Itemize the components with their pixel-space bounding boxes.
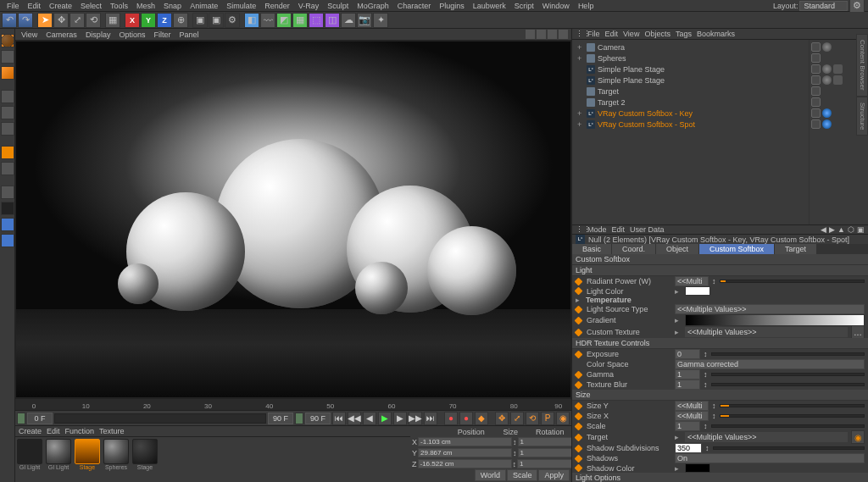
primitive-cube-button[interactable]: ◧	[244, 13, 259, 28]
menu-help[interactable]: Help	[575, 2, 598, 10]
size-y-slider[interactable]	[720, 404, 865, 407]
cameras-menu[interactable]: Cameras	[43, 30, 80, 39]
gamma-input[interactable]	[675, 369, 700, 380]
frame-end-input[interactable]	[268, 413, 293, 424]
viewport-nav2-icon[interactable]	[537, 30, 546, 39]
gamma-slider[interactable]	[711, 373, 865, 376]
om-item[interactable]: +L°VRay Custom Softbox - Spot	[574, 119, 807, 130]
locked-workplane-button[interactable]	[1, 218, 14, 231]
attr-edit-tab[interactable]: Edit	[612, 225, 626, 234]
set-key-button[interactable]: ◆	[475, 412, 488, 425]
menu-render[interactable]: Render	[261, 2, 293, 10]
visibility-tag-icon[interactable]	[811, 86, 821, 96]
visibility-tag-icon[interactable]	[811, 42, 821, 52]
viewport-nav1-icon[interactable]	[526, 30, 535, 39]
display-menu[interactable]: Display	[83, 30, 114, 39]
key-icon[interactable]	[575, 287, 583, 296]
target-field[interactable]: <<Multiple Values>>	[685, 432, 848, 442]
material-swatch[interactable]	[103, 439, 129, 464]
menu-plugins[interactable]: Plugins	[436, 2, 468, 10]
texture-browse-button[interactable]: …	[851, 325, 865, 339]
polygon-mode-button[interactable]	[1, 122, 14, 136]
timeline-start-handle[interactable]	[17, 413, 25, 424]
planar-workplane-button[interactable]	[1, 234, 14, 247]
autokey-button[interactable]: ●	[459, 412, 473, 425]
undo-button[interactable]: ↶	[2, 13, 17, 28]
om-item[interactable]: +L°VRay Custom Softbox - Key	[574, 108, 807, 119]
frame-current-input[interactable]	[27, 413, 53, 424]
light-button[interactable]: ✦	[373, 13, 388, 28]
play-button[interactable]: ▶	[378, 412, 392, 425]
timeline-track[interactable]	[54, 413, 266, 424]
radiant-power-slider[interactable]	[720, 280, 865, 283]
expand-icon[interactable]: ▸	[576, 296, 582, 304]
prev-frame-button[interactable]: ◀	[363, 412, 376, 425]
attr-up-icon[interactable]: ▲	[837, 225, 845, 234]
tag-icon[interactable]	[822, 75, 832, 85]
view-menu[interactable]: View	[19, 30, 40, 39]
recent-tool-button[interactable]: ▦	[105, 13, 120, 28]
live-select-button[interactable]: ➤	[37, 13, 53, 28]
menu-animate[interactable]: Animate	[186, 2, 221, 10]
viewport-nav3-icon[interactable]	[548, 30, 557, 39]
shadows-dropdown[interactable]: On	[675, 453, 865, 463]
key-rot-button[interactable]: ⟲	[526, 412, 539, 425]
key-icon[interactable]	[575, 444, 583, 452]
materials-edit-tab[interactable]: Edit	[47, 427, 60, 435]
tab-custom-softbox[interactable]: Custom Softbox	[699, 244, 775, 254]
coord-world-dropdown[interactable]: World	[475, 469, 506, 481]
visibility-tag-icon[interactable]	[811, 53, 821, 63]
gradient-editor[interactable]	[685, 314, 865, 326]
attr-userdata-tab[interactable]: User Data	[630, 225, 665, 234]
key-icon[interactable]	[575, 380, 583, 389]
shadow-subdiv-slider[interactable]	[713, 446, 865, 450]
om-item[interactable]: +Spheres	[574, 53, 807, 64]
tag-icon[interactable]	[833, 75, 843, 85]
coord-apply-button[interactable]: Apply	[538, 469, 570, 481]
tab-target[interactable]: Target	[775, 244, 817, 254]
coord-y-pos[interactable]	[418, 448, 512, 457]
attr-back-icon[interactable]: ◀	[821, 225, 826, 234]
visibility-tag-icon[interactable]	[811, 64, 821, 74]
scale-input[interactable]	[675, 421, 700, 431]
shadow-subdiv-input[interactable]	[675, 443, 702, 453]
color-space-dropdown[interactable]: Gamma corrected	[675, 359, 865, 369]
menu-snap[interactable]: Snap	[160, 2, 185, 10]
key-param-button[interactable]: P	[541, 412, 554, 425]
key-icon[interactable]	[575, 305, 583, 313]
render-view-button[interactable]: ▣	[192, 13, 208, 28]
key-icon[interactable]	[575, 316, 583, 324]
target-tag-icon[interactable]	[822, 119, 832, 129]
material-swatch[interactable]	[75, 439, 100, 464]
shadow-color-swatch[interactable]	[685, 463, 710, 473]
frame-end2-input[interactable]	[305, 413, 331, 424]
menu-edit[interactable]: Edit	[25, 2, 45, 10]
render-pv-button[interactable]: ▣	[209, 13, 224, 28]
key-icon[interactable]	[575, 277, 583, 285]
goto-end-button[interactable]: ⏭	[424, 412, 437, 425]
menu-vray[interactable]: V-Ray	[295, 2, 323, 10]
key-icon[interactable]	[575, 454, 583, 463]
axis-x-button[interactable]: X	[125, 13, 140, 28]
om-item[interactable]: Target	[574, 86, 807, 97]
viewport-3d[interactable]	[15, 41, 571, 398]
key-pla-button[interactable]: ◉	[556, 412, 570, 425]
tag-icon[interactable]	[833, 64, 843, 74]
light-color-swatch[interactable]	[685, 286, 710, 296]
materials-create-tab[interactable]: Create	[19, 427, 42, 435]
next-frame-button[interactable]: ▶	[393, 412, 407, 425]
rotate-button[interactable]: ⟲	[86, 13, 101, 28]
record-button[interactable]: ●	[444, 412, 458, 425]
om-item[interactable]: +Camera	[574, 42, 807, 53]
generator-button[interactable]: ◩	[276, 13, 292, 28]
expand-icon[interactable]: ▸	[675, 316, 682, 324]
axis-y-button[interactable]: Y	[141, 13, 156, 28]
tab-coord[interactable]: Coord.	[612, 244, 656, 254]
exposure-input[interactable]	[675, 349, 700, 359]
om-bookmarks-tab[interactable]: Bookmarks	[697, 30, 735, 38]
point-mode-button[interactable]	[1, 90, 14, 103]
timeline-end-handle[interactable]	[295, 413, 303, 424]
key-icon[interactable]	[575, 412, 583, 420]
menu-tools[interactable]: Tools	[107, 2, 131, 10]
om-item[interactable]: L°Simple Plane Stage	[574, 75, 807, 86]
